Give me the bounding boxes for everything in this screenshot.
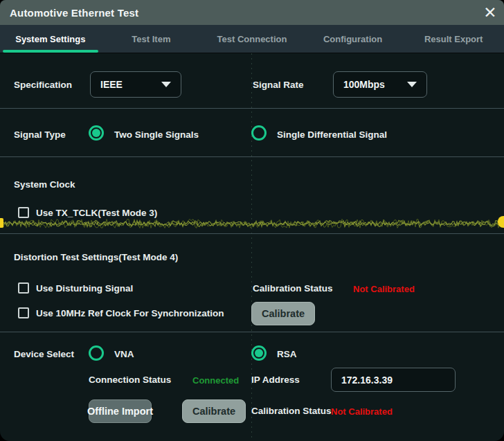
radio-single-differential-signal-label: Single Differential Signal bbox=[277, 129, 387, 140]
titlebar: Automotive Ethernet Test ✕ bbox=[0, 0, 504, 25]
use-10mhz-ref-clock-label: Use 10MHz Ref Clock For Synchronization bbox=[36, 308, 224, 318]
radio-single-differential-signal[interactable] bbox=[251, 125, 267, 141]
specification-value: IEEE bbox=[100, 79, 123, 90]
radio-two-single-signals[interactable] bbox=[89, 125, 104, 141]
chevron-down-icon bbox=[161, 82, 171, 87]
radio-vna[interactable] bbox=[89, 345, 104, 361]
ip-address-input[interactable] bbox=[331, 368, 456, 392]
chevron-down-icon bbox=[407, 82, 417, 87]
distortion-calibration-status-label: Calibration Status bbox=[253, 283, 333, 294]
radio-rsa-label: RSA bbox=[277, 349, 297, 359]
ip-address-label: IP Address bbox=[251, 375, 300, 385]
active-tab-underline bbox=[3, 50, 98, 53]
section-divider bbox=[0, 108, 504, 109]
tab-test-item[interactable]: Test Item bbox=[101, 25, 202, 53]
radio-vna-label: VNA bbox=[114, 349, 134, 359]
close-icon: ✕ bbox=[483, 3, 496, 21]
button-label: Calibrate bbox=[192, 406, 235, 417]
system-clock-title: System Clock bbox=[14, 179, 75, 190]
signal-type-label: Signal Type bbox=[14, 129, 66, 140]
connection-status-value: Connected bbox=[192, 375, 239, 386]
tab-label: Result Export bbox=[424, 34, 483, 44]
signal-rate-value: 100Mbps bbox=[343, 79, 385, 90]
specification-label: Specification bbox=[14, 80, 72, 90]
device-calibrate-button[interactable]: Calibrate bbox=[182, 399, 246, 423]
tab-bar: System Settings Test Item Test Connectio… bbox=[0, 25, 504, 53]
dialog-title: Automotive Ethernet Test bbox=[10, 7, 138, 19]
tab-result-export[interactable]: Result Export bbox=[403, 25, 504, 53]
distortion-calibration-status-value: Not Calibrated bbox=[353, 284, 415, 294]
signal-rate-label: Signal Rate bbox=[253, 80, 304, 90]
offline-import-button[interactable]: Offline Import bbox=[89, 399, 152, 423]
section-divider bbox=[0, 156, 504, 157]
section-divider bbox=[0, 332, 504, 332]
section-divider bbox=[0, 233, 504, 234]
tab-label: Test Item bbox=[132, 34, 170, 44]
radio-rsa[interactable] bbox=[251, 345, 267, 361]
scope-waveform-strip bbox=[0, 215, 504, 232]
tab-test-connection[interactable]: Test Connection bbox=[201, 25, 303, 53]
close-button[interactable]: ✕ bbox=[480, 3, 500, 22]
tab-label: Configuration bbox=[323, 34, 382, 44]
button-label: Calibrate bbox=[262, 308, 305, 319]
use-10mhz-ref-clock-checkbox[interactable] bbox=[18, 307, 29, 318]
tab-system-settings[interactable]: System Settings bbox=[0, 25, 101, 53]
right-trigger-marker-icon bbox=[498, 216, 504, 228]
tab-label: System Settings bbox=[15, 34, 85, 44]
left-trigger-marker-icon bbox=[0, 218, 3, 228]
use-disturbing-signal-label: Use Disturbing Signal bbox=[36, 283, 133, 294]
device-select-label: Device Select bbox=[14, 349, 74, 359]
signal-rate-dropdown[interactable]: 100Mbps bbox=[333, 71, 427, 98]
tab-configuration[interactable]: Configuration bbox=[303, 25, 404, 53]
tab-label: Test Connection bbox=[217, 34, 287, 44]
device-calibration-status-label: Calibration Status bbox=[251, 406, 332, 416]
distortion-calibrate-button[interactable]: Calibrate bbox=[251, 302, 315, 325]
automotive-ethernet-test-dialog: Automotive Ethernet Test ✕ System Settin… bbox=[0, 0, 504, 441]
connection-status-label: Connection Status bbox=[89, 375, 171, 385]
distortion-settings-title: Distortion Test Settings(Test Mode 4) bbox=[14, 252, 178, 262]
button-label: Offline Import bbox=[87, 406, 153, 417]
use-disturbing-signal-checkbox[interactable] bbox=[18, 282, 29, 294]
radio-two-single-signals-label: Two Single Signals bbox=[114, 129, 199, 140]
device-calibration-status-value: Not Calibrated bbox=[331, 406, 393, 417]
specification-dropdown[interactable]: IEEE bbox=[90, 71, 181, 98]
